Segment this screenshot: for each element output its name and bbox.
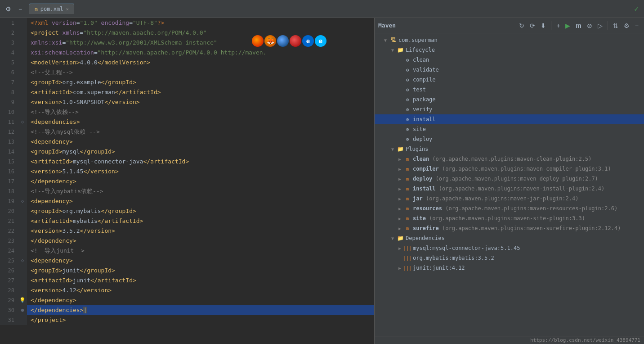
code-line[interactable]: 18 <!--导入mybatis依赖-->: [0, 186, 374, 196]
plugin-item[interactable]: ▶ m clean (org.apache.maven.plugins:mave…: [375, 154, 644, 164]
lifecycle-item[interactable]: ⚙ verify: [375, 104, 644, 114]
code-line[interactable]: 9 <version>1.0-SNAPSHOT</version>: [0, 97, 374, 107]
lifecycle-item[interactable]: ⚙ deploy: [375, 134, 644, 144]
add-button[interactable]: +: [555, 21, 562, 30]
plugin-arrow[interactable]: ▶: [396, 186, 403, 191]
code-line[interactable]: 13 <dependency>: [0, 137, 374, 147]
dependency-item[interactable]: ||| org.mybatis:mybatis:3.5.2: [375, 253, 644, 263]
tree-root[interactable]: ▼ 🏗 com.superman: [375, 35, 644, 45]
code-line[interactable]: 1<?xml version="1.0" encoding="UTF-8"?>: [0, 18, 374, 28]
plugin-arrow[interactable]: ▶: [396, 206, 403, 211]
plugin-item[interactable]: ▶ m jar (org.apache.maven.plugins:maven-…: [375, 194, 644, 204]
dependencies-header[interactable]: ▼ 📁 Dependencies: [375, 233, 644, 243]
code-line[interactable]: 25◇ <dependency>: [0, 256, 374, 266]
refresh-button[interactable]: ↻: [517, 21, 526, 30]
download-button[interactable]: ⬇: [539, 21, 548, 30]
code-line[interactable]: 30● </dependencies>|: [0, 305, 374, 315]
code-line[interactable]: 31</project>: [0, 315, 374, 325]
dependency-item[interactable]: ▶ ||| junit:junit:4.12: [375, 263, 644, 273]
gear-icon: ⚙: [403, 107, 411, 113]
maven-m-button[interactable]: m: [574, 21, 583, 30]
plugin-item[interactable]: ▶ m surefire (org.apache.maven.plugins:m…: [375, 223, 644, 233]
plugin-arrow[interactable]: ▶: [396, 216, 403, 221]
execute-button[interactable]: ▷: [596, 21, 604, 30]
line-gutter: [18, 157, 27, 167]
code-line[interactable]: 5 <modelVersion>4.0.0</modelVersion>: [0, 58, 374, 68]
lifecycle-item[interactable]: ⚙ compile: [375, 75, 644, 85]
dep-expand-arrow[interactable]: ▶: [396, 246, 403, 251]
tab-close-button[interactable]: ×: [66, 6, 69, 12]
plugin-item[interactable]: ▶ m compiler (org.apache.maven.plugins:m…: [375, 164, 644, 174]
line-number: 2: [0, 28, 18, 38]
plugin-maven-icon: m: [403, 216, 411, 221]
gear-icon: ⚙: [403, 67, 411, 73]
line-gutter: [18, 216, 27, 226]
plugin-label: clean (org.apache.maven.plugins:maven-cl…: [413, 156, 644, 162]
plugin-arrow[interactable]: ▶: [396, 157, 403, 162]
lifecycle-item[interactable]: ⚙ install: [375, 114, 644, 124]
code-line[interactable]: 28 <version>4.12</version>: [0, 285, 374, 295]
code-line[interactable]: 24 <!--导入junit-->: [0, 246, 374, 256]
line-gutter: [18, 107, 27, 117]
line-gutter: ◇: [18, 196, 27, 206]
code-line[interactable]: 16 <version>5.1.45</version>: [0, 167, 374, 177]
editor-area[interactable]: 1<?xml version="1.0" encoding="UTF-8"?>2…: [0, 18, 374, 344]
panel-close-button[interactable]: −: [633, 21, 640, 30]
maven-tree[interactable]: ▼ 🏗 com.superman ▼ 📁 Lifecycle ⚙ clean ⚙…: [375, 33, 644, 336]
code-line[interactable]: 7 <groupId>org.example</groupId>: [0, 77, 374, 87]
lifecycle-item[interactable]: ⚙ validate: [375, 65, 644, 75]
code-line[interactable]: 15 <artifactId>mysql-connector-java</art…: [0, 157, 374, 167]
code-line[interactable]: 23 </dependency>: [0, 236, 374, 246]
code-line[interactable]: 21 <artifactId>mybatis</artifactId>: [0, 216, 374, 226]
lifecycle-item[interactable]: ⚙ site: [375, 124, 644, 134]
plugin-arrow[interactable]: ▶: [396, 196, 403, 201]
code-line[interactable]: 19◇ <dependency>: [0, 196, 374, 206]
line-gutter: [18, 28, 27, 38]
line-gutter: [18, 147, 27, 157]
plugin-item[interactable]: ▶ m install (org.apache.maven.plugins:ma…: [375, 184, 644, 194]
collapse-button[interactable]: ⇅: [611, 21, 620, 30]
lifecycle-item[interactable]: ⚙ clean: [375, 55, 644, 65]
plugins-header[interactable]: ▼ 📁 Plugins: [375, 144, 644, 154]
code-line[interactable]: 12 <!--导入mysql依赖 -->: [0, 127, 374, 137]
plugin-arrow[interactable]: ▶: [396, 167, 403, 172]
dep-expand-arrow[interactable]: ▶: [396, 266, 403, 271]
gear-icon: ⚙: [403, 127, 411, 132]
line-gutter: [18, 68, 27, 77]
browser-icons-overlay: 🦊 e e: [252, 35, 326, 47]
lifecycle-item-label: package: [413, 96, 644, 103]
lifecycle-item[interactable]: ⚙ test: [375, 85, 644, 95]
code-line[interactable]: 6 <!--父工程-->: [0, 68, 374, 77]
code-line[interactable]: 8 <artifactId>com.superman</artifactId>: [0, 87, 374, 97]
run-button[interactable]: ▶: [564, 21, 572, 30]
editor-tab[interactable]: m pom.xml ×: [29, 4, 74, 14]
code-line[interactable]: 20 <groupId>org.mybatis</groupId>: [0, 206, 374, 216]
edge-icon: e: [315, 35, 326, 47]
code-line[interactable]: 4 xsi:schemaLocation="http://maven.apach…: [0, 48, 374, 58]
plugin-item[interactable]: ▶ m site (org.apache.maven.plugins:maven…: [375, 213, 644, 223]
line-code: <!--父工程-->: [27, 68, 374, 77]
line-gutter: 💡: [18, 295, 27, 305]
panel-settings-button[interactable]: ⚙: [622, 21, 631, 30]
code-line[interactable]: 29💡 </dependency>: [0, 295, 374, 305]
code-line[interactable]: 10 <!--导入依赖-->: [0, 107, 374, 117]
code-line[interactable]: 11◇ <dependencies>: [0, 117, 374, 127]
skip-tests-button[interactable]: ⊘: [585, 21, 594, 30]
line-number: 10: [0, 107, 18, 117]
lifecycle-item[interactable]: ⚙ package: [375, 95, 644, 104]
plugin-arrow[interactable]: ▶: [396, 177, 403, 181]
refresh-all-button[interactable]: ⟳: [528, 21, 537, 30]
minimize-button[interactable]: −: [17, 5, 24, 14]
code-line[interactable]: 17 </dependency>: [0, 177, 374, 186]
line-code: </dependency>: [27, 177, 374, 186]
code-line[interactable]: 27 <artifactId>junit</artifactId>: [0, 276, 374, 285]
code-line[interactable]: 26 <groupId>junit</groupId>: [0, 266, 374, 276]
code-line[interactable]: 22 <version>3.5.2</version>: [0, 226, 374, 236]
code-line[interactable]: 14 <groupId>mysql</groupId>: [0, 147, 374, 157]
dependency-item[interactable]: ▶ ||| mysql:mysql-connector-java:5.1.45: [375, 243, 644, 253]
plugin-item[interactable]: ▶ m resources (org.apache.maven.plugins:…: [375, 204, 644, 213]
plugin-arrow[interactable]: ▶: [396, 226, 403, 231]
settings-button[interactable]: ⚙: [4, 5, 13, 14]
plugin-item[interactable]: ▶ m deploy (org.apache.maven.plugins:mav…: [375, 174, 644, 184]
lifecycle-header[interactable]: ▼ 📁 Lifecycle: [375, 45, 644, 55]
